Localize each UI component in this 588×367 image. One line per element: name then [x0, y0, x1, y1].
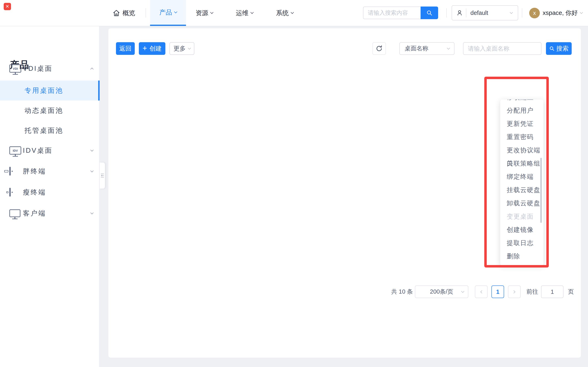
menu-item-change-protocol-port[interactable]: 更改协议端口 — [500, 143, 544, 157]
chevron-down-icon — [174, 10, 177, 13]
divider — [466, 8, 466, 17]
create-button[interactable]: + 创建 — [139, 42, 165, 55]
sidebar-item-dynamic-pool[interactable]: 动态桌面池 — [0, 100, 100, 120]
chevron-down-icon — [510, 11, 513, 14]
menu-item-create-image[interactable]: 创建镜像 — [500, 223, 544, 236]
back-button[interactable]: 返回 — [116, 42, 135, 55]
top-nav: ✕ 概览 产品 资源 运维 系统 — [0, 0, 588, 26]
search-icon — [426, 9, 433, 16]
sidebar-item-managed-pool[interactable]: 托管桌面池 — [0, 120, 100, 141]
nav-tab-resources[interactable]: 资源 — [196, 0, 213, 26]
idv-monitor-icon: IDV — [9, 146, 21, 155]
client-monitor-icon — [9, 209, 20, 217]
menu-item-delete[interactable]: 删除 — [500, 250, 544, 263]
org-selector[interactable]: default — [452, 5, 518, 20]
chevron-up-icon — [90, 67, 94, 71]
sidebar: 产品 VDI VDI桌面 专用桌面池 动态桌面池 托管桌面池 IDV IDV桌面… — [0, 26, 100, 367]
nav-tab-ops[interactable]: 运维 — [236, 0, 253, 26]
nav-tab-products[interactable]: 产品 — [150, 0, 186, 26]
refresh-button[interactable] — [372, 42, 386, 55]
chevron-left-icon — [480, 290, 484, 293]
nav-tab-products-label: 产品 — [159, 8, 172, 17]
pagination-total: 共 10 条 — [391, 285, 413, 298]
sidebar-item-client[interactable]: 客户端 — [0, 203, 100, 223]
goto-unit-label: 页 — [568, 285, 574, 298]
nav-tab-system[interactable]: 系统 — [276, 0, 293, 26]
chevron-down-icon — [580, 11, 583, 14]
org-selector-value: default — [470, 9, 488, 16]
menu-item-associate-policy-group[interactable]: 关联策略组 — [500, 157, 544, 170]
sidebar-item-vdi-desktop[interactable]: VDI VDI桌面 — [0, 58, 100, 78]
global-search-button[interactable] — [421, 7, 438, 19]
sidebar-item-fat-terminal[interactable]: 胖终端 — [0, 161, 100, 181]
chevron-down-icon — [251, 11, 254, 14]
menu-item-mount-cloud-disk[interactable]: 挂载云硬盘 — [500, 183, 544, 197]
next-page-button[interactable] — [508, 285, 521, 298]
menu-item-unmount-cloud-disk[interactable]: 卸载云硬盘 — [500, 197, 544, 210]
chevron-down-icon — [291, 11, 294, 14]
page-size-select[interactable]: 200条/页 — [415, 285, 468, 298]
menu-item-bind-terminal[interactable]: 绑定终端 — [500, 170, 544, 183]
chevron-down-icon — [90, 148, 94, 151]
sidebar-item-idv-desktop[interactable]: IDV IDV桌面 — [0, 141, 100, 160]
collapse-icon — [101, 173, 104, 178]
chevron-down-icon — [188, 46, 191, 50]
nav-overview-label: 概览 — [122, 9, 135, 17]
desktop-name-search-input[interactable] — [463, 42, 541, 55]
app-logo: ✕ — [4, 3, 11, 10]
goto-label: 前往 — [526, 285, 538, 298]
chevron-right-icon — [512, 290, 515, 293]
chevron-down-icon — [447, 46, 450, 50]
menu-scrollbar[interactable] — [540, 158, 542, 223]
goto-page-input[interactable] — [541, 285, 563, 298]
user-greeting: xspace, 你好 — [543, 9, 578, 17]
nav-divider — [446, 8, 447, 17]
avatar-letter: x — [533, 10, 536, 16]
chevron-down-icon — [210, 11, 214, 14]
refresh-icon — [375, 45, 383, 52]
nav-overview[interactable]: 概览 — [113, 0, 135, 26]
app-logo-glyph: ✕ — [6, 4, 9, 9]
home-icon — [113, 9, 120, 17]
global-search-input[interactable] — [363, 7, 421, 19]
thin-terminal-icon — [9, 188, 11, 196]
row-actions-dropdown-menu: 修改配置 分配用户 更新凭证 重置密码 更改协议端口 关联策略组 绑定终端 挂载… — [500, 100, 544, 266]
sidebar-item-thin-terminal[interactable]: 瘦终端 — [0, 182, 100, 202]
menu-item-clipped[interactable]: 修改配置 — [500, 100, 544, 104]
nav-divider — [522, 8, 522, 17]
chevron-down-icon — [90, 211, 94, 214]
search-button[interactable]: 搜索 — [546, 42, 572, 55]
current-page-button[interactable]: 1 — [492, 285, 504, 298]
nav-tab-ops-label: 运维 — [236, 9, 249, 17]
menu-item-assign-user[interactable]: 分配用户 — [500, 104, 544, 117]
global-search — [363, 7, 438, 19]
menu-item-extract-logs[interactable]: 提取日志 — [500, 236, 544, 250]
user-menu[interactable]: xspace, 你好 — [543, 0, 582, 26]
avatar[interactable]: x — [529, 8, 540, 18]
nav-tab-system-label: 系统 — [276, 9, 289, 17]
vdi-console: { "app": { "logo_glyph": "✕" }, "nav": {… — [0, 0, 588, 367]
plus-icon: + — [143, 44, 147, 52]
menu-item-change-desktop: 变更桌面 — [500, 210, 544, 223]
search-icon — [549, 46, 555, 51]
sidebar-collapse-handle[interactable] — [100, 162, 105, 189]
prev-page-button[interactable] — [475, 285, 488, 298]
vdi-monitor-icon: VDI — [9, 64, 21, 73]
chevron-down-icon — [90, 169, 94, 172]
toolbar-more-button[interactable]: 更多 — [169, 42, 194, 55]
sidebar-item-dedicated-pool[interactable]: 专用桌面池 — [0, 81, 100, 100]
menu-item-reset-password[interactable]: 重置密码 — [500, 130, 544, 143]
chevron-down-icon — [461, 290, 465, 293]
filter-field-select[interactable]: 桌面名称 — [399, 42, 454, 55]
menu-item-update-credential[interactable]: 更新凭证 — [500, 117, 544, 130]
fat-terminal-icon — [9, 167, 11, 175]
nav-tab-resources-label: 资源 — [196, 9, 208, 17]
nav-divider — [146, 8, 146, 17]
user-icon — [456, 9, 463, 16]
